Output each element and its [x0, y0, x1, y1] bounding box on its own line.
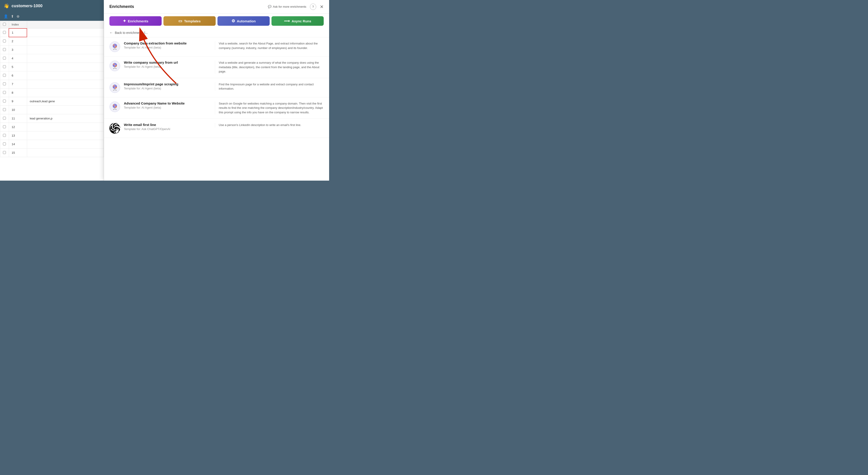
table-row: 5: [0, 63, 104, 71]
row-data: [27, 54, 104, 63]
row-data: outreach,lead gene: [27, 97, 104, 106]
template-content: Write email first lineTemplate for: Ask …: [124, 123, 211, 131]
template-content: Write company summary from urlTemplate f…: [124, 61, 211, 68]
template-icon: [110, 82, 120, 93]
row-index: 13: [9, 131, 27, 140]
help-button[interactable]: ?: [310, 4, 316, 10]
row-checkbox[interactable]: [0, 54, 9, 63]
template-subtitle: Template for: AI Agent (beta): [124, 106, 211, 109]
spreadsheet-table: Index 123456789outreach,lead gene1011lea…: [0, 21, 104, 157]
table-row: 12: [0, 123, 104, 131]
row-index: 4: [9, 54, 27, 63]
spreadsheet-toolbar: 👤 ⬆ ⊕: [0, 12, 104, 21]
wave-emoji: 👋: [4, 3, 9, 8]
row-index: 11: [9, 114, 27, 123]
row-data: [27, 80, 104, 89]
add-icon[interactable]: ⊕: [17, 14, 20, 19]
table-row: 3: [0, 45, 104, 54]
tab-automation[interactable]: ⚙ Automation: [217, 16, 270, 26]
back-arrow-icon: ←: [110, 31, 113, 35]
template-content: Company Data extraction from websiteTemp…: [124, 41, 211, 49]
template-description: Find the Impressum page for a website an…: [215, 82, 324, 91]
row-data: [27, 37, 104, 45]
row-data: [27, 71, 104, 80]
upload-icon[interactable]: ⬆: [11, 14, 14, 19]
row-checkbox[interactable]: [0, 106, 9, 114]
row-index: 8: [9, 89, 27, 97]
async-tab-icon: ⟿: [284, 19, 290, 24]
row-checkbox[interactable]: [0, 71, 9, 80]
tab-templates[interactable]: ▭ Templates: [163, 16, 216, 26]
template-subtitle: Template for: Ask ChatGPT/OpenAI: [124, 127, 211, 131]
row-checkbox[interactable]: [0, 123, 9, 131]
template-title: Advanced Company Name to Website: [124, 101, 211, 105]
row-checkbox[interactable]: [0, 63, 9, 71]
template-subtitle: Template for: AI Agent (beta): [124, 65, 211, 68]
automation-tab-icon: ⚙: [231, 19, 235, 24]
select-all-checkbox[interactable]: [0, 21, 9, 28]
template-item[interactable]: Company Data extraction from websiteTemp…: [104, 37, 329, 57]
template-item[interactable]: Write email first lineTemplate for: Ask …: [104, 119, 329, 138]
data-header: [27, 21, 104, 28]
row-index: 5: [9, 63, 27, 71]
template-icon: [110, 101, 120, 112]
row-index: 12: [9, 123, 27, 131]
table-row: 11lead generation,p: [0, 114, 104, 123]
message-icon: 💬: [268, 5, 272, 8]
row-checkbox[interactable]: [0, 97, 9, 106]
template-subtitle: Template for: AI Agent (beta): [124, 87, 211, 90]
row-data: [27, 28, 104, 37]
tabs-row: ✦ Enrichments ▭ Templates ⚙ Automation ⟿…: [104, 13, 329, 28]
template-subtitle: Template for: AI Agent (beta): [124, 46, 211, 49]
template-item[interactable]: Write company summary from urlTemplate f…: [104, 57, 329, 78]
row-index: 1: [9, 28, 27, 37]
template-title: Company Data extraction from website: [124, 41, 211, 45]
table-row: 6: [0, 71, 104, 80]
template-icon: [110, 123, 120, 134]
panel-header: Enrichments 💬 Ask for more enrichments ?…: [104, 0, 329, 13]
template-item[interactable]: Impressum/Imprint page scrapingTemplate …: [104, 78, 329, 97]
enrichments-tab-label: Enrichments: [128, 19, 149, 23]
row-checkbox[interactable]: [0, 89, 9, 97]
spreadsheet-panel: 👋 customers-1000 👤 ⬆ ⊕ Index 123456789ou…: [0, 0, 104, 181]
template-title: Write email first line: [124, 123, 211, 127]
table-row: 15: [0, 148, 104, 157]
row-index: 2: [9, 37, 27, 45]
table-row: 9outreach,lead gene: [0, 97, 104, 106]
row-checkbox[interactable]: [0, 131, 9, 140]
row-index: 9: [9, 97, 27, 106]
row-checkbox[interactable]: [0, 28, 9, 37]
table-row: 8: [0, 89, 104, 97]
row-index: 7: [9, 80, 27, 89]
template-description: Visit a website and generate a summary o…: [215, 61, 324, 74]
template-description: Search on Google for websites matching a…: [215, 101, 324, 115]
ask-enrichments-label: Ask for more enrichments: [273, 5, 306, 8]
close-button[interactable]: ✕: [320, 4, 324, 9]
template-icon: [110, 41, 120, 52]
user-icon[interactable]: 👤: [4, 14, 8, 19]
row-data: [27, 140, 104, 148]
row-checkbox[interactable]: [0, 45, 9, 54]
row-data: [27, 45, 104, 54]
row-checkbox[interactable]: [0, 80, 9, 89]
template-item[interactable]: Advanced Company Name to WebsiteTemplate…: [104, 97, 329, 119]
row-checkbox[interactable]: [0, 140, 9, 148]
row-index: 3: [9, 45, 27, 54]
row-checkbox[interactable]: [0, 148, 9, 157]
row-checkbox[interactable]: [0, 37, 9, 45]
table-row: 14: [0, 140, 104, 148]
tab-async-runs[interactable]: ⟿ Async Runs: [272, 16, 324, 26]
row-index: 14: [9, 140, 27, 148]
row-checkbox[interactable]: [0, 114, 9, 123]
table-row: 13: [0, 131, 104, 140]
ask-enrichments-button[interactable]: 💬 Ask for more enrichments: [268, 5, 306, 8]
tab-enrichments[interactable]: ✦ Enrichments: [110, 16, 162, 26]
spreadsheet-header: 👋 customers-1000: [0, 0, 104, 12]
back-navigation[interactable]: ← Back to enrichments l...: [104, 28, 329, 37]
template-content: Advanced Company Name to WebsiteTemplate…: [124, 101, 211, 109]
table-row: 2: [0, 37, 104, 45]
templates-tab-label: Templates: [184, 19, 200, 23]
row-data: [27, 89, 104, 97]
async-tab-label: Async Runs: [291, 19, 311, 23]
template-title: Impressum/Imprint page scraping: [124, 82, 211, 86]
